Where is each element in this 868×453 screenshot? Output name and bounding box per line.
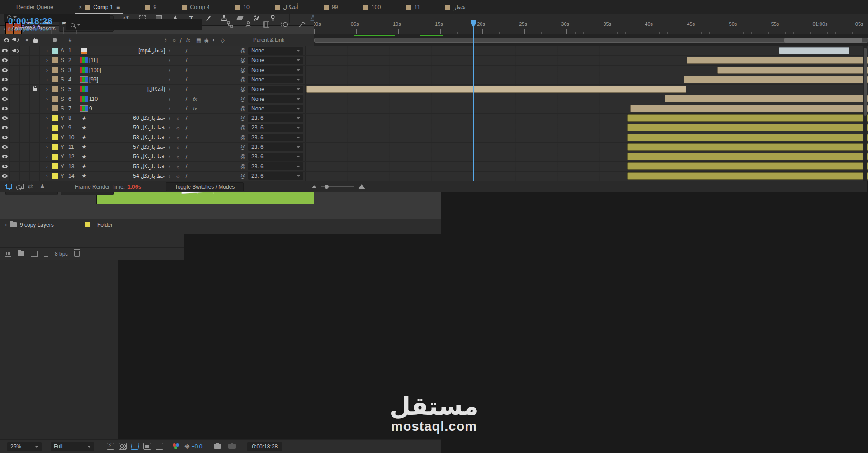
layer-duration-bar[interactable] xyxy=(665,95,868,102)
table-row[interactable]: Y 9 خط بارتكل 59 23. 6 xyxy=(0,123,868,133)
timeline-tab[interactable]: 99 xyxy=(324,0,338,14)
parent-dropdown[interactable]: None xyxy=(248,47,303,55)
frame-blend-column-icon[interactable]: ▦ xyxy=(196,37,201,43)
expand-chevron[interactable] xyxy=(43,153,51,160)
eye-icon[interactable] xyxy=(2,97,8,101)
label-swatch[interactable] xyxy=(52,105,58,111)
fx-column-icon[interactable] xyxy=(186,37,190,43)
table-row[interactable]: Y 13 خط بارتكل 55 23. 6 xyxy=(0,162,868,171)
threed-column-icon[interactable]: ◇ xyxy=(221,37,225,43)
table-row[interactable]: Y 8 خط بارتكل 60 23. 6 xyxy=(0,114,868,123)
parent-dropdown[interactable]: 23. 6 xyxy=(248,143,303,151)
expand-chevron[interactable] xyxy=(43,48,51,54)
layer-duration-bar[interactable] xyxy=(627,114,868,122)
pickwhip-icon[interactable] xyxy=(240,105,248,112)
shy-column-icon[interactable] xyxy=(172,37,177,43)
label-swatch[interactable] xyxy=(52,86,58,92)
parent-dropdown[interactable]: None xyxy=(248,76,303,83)
eye-icon[interactable] xyxy=(2,145,8,149)
panel-menu-icon[interactable] xyxy=(116,4,120,11)
graph-editor-icon[interactable] xyxy=(298,20,307,29)
eye-icon[interactable] xyxy=(2,78,8,81)
shy-icon[interactable] xyxy=(174,173,182,179)
table-row[interactable]: S 6 110 None xyxy=(0,94,868,104)
expand-chevron[interactable] xyxy=(43,124,51,131)
eye-icon[interactable] xyxy=(2,49,8,52)
collapse-icon[interactable] xyxy=(165,144,174,150)
expand-chevron[interactable] xyxy=(43,76,51,83)
eye-icon[interactable] xyxy=(2,58,8,62)
label-swatch[interactable] xyxy=(52,67,58,73)
label-swatch[interactable] xyxy=(52,96,58,102)
project-bit-depth[interactable]: 8 bpc xyxy=(55,251,68,257)
timeline-tab[interactable]: شعار xyxy=(445,0,465,14)
collapse-icon[interactable] xyxy=(165,106,174,111)
pickwhip-icon[interactable] xyxy=(240,163,248,170)
composition-mini-flowchart-icon[interactable] xyxy=(5,184,12,190)
shy-icon[interactable] xyxy=(174,115,182,121)
label-swatch[interactable] xyxy=(52,134,58,140)
layer-name[interactable]: 110 xyxy=(89,96,165,102)
layer-name[interactable]: 9 xyxy=(89,105,165,112)
mask-visibility-icon[interactable] xyxy=(143,443,151,450)
expand-chevron[interactable] xyxy=(3,222,9,228)
timecode-display[interactable]: 0:00:18:28 xyxy=(247,442,282,451)
layer-duration-bar[interactable] xyxy=(627,172,868,180)
layer-name[interactable]: خط بارتكل 56 xyxy=(89,153,165,160)
expand-chevron[interactable] xyxy=(43,115,51,121)
collapse-icon[interactable] xyxy=(165,86,174,92)
eye-icon[interactable] xyxy=(2,165,8,168)
collapse-column-icon[interactable] xyxy=(164,37,168,43)
label-swatch[interactable] xyxy=(52,76,58,82)
expand-chevron[interactable] xyxy=(43,173,51,179)
layer-duration-bar[interactable] xyxy=(717,67,868,74)
collapse-icon[interactable] xyxy=(165,154,174,159)
pickwhip-icon[interactable] xyxy=(240,76,248,83)
layer-duration-bar[interactable] xyxy=(627,143,868,151)
new-composition-icon[interactable] xyxy=(31,251,38,257)
table-row[interactable]: Y 11 خط بارتكل 57 23. 6 xyxy=(0,143,868,152)
pickwhip-icon[interactable] xyxy=(240,134,248,141)
parent-dropdown[interactable]: None xyxy=(248,95,303,103)
guides-icon[interactable] xyxy=(156,443,163,450)
label-swatch[interactable] xyxy=(52,173,58,179)
layer-name[interactable]: [شعار.mp4] xyxy=(89,48,165,54)
motion-blur-icon[interactable] xyxy=(280,20,288,29)
fast-preview-icon[interactable] xyxy=(107,443,114,450)
transparency-grid-icon[interactable] xyxy=(119,443,127,450)
audio-column-icon[interactable] xyxy=(14,37,16,42)
quality-column-icon[interactable] xyxy=(180,37,182,44)
parent-dropdown[interactable]: 23. 6 xyxy=(248,153,303,161)
tag-icon[interactable] xyxy=(53,38,57,43)
eye-icon[interactable] xyxy=(2,174,8,178)
draft-3d-icon[interactable] xyxy=(16,184,24,190)
parent-dropdown[interactable]: 23. 6 xyxy=(248,134,303,141)
layer-name[interactable]: [11] xyxy=(89,57,165,63)
layer-name[interactable]: خط بارتكل 58 xyxy=(89,134,165,141)
layer-duration-bar[interactable] xyxy=(627,124,868,131)
pickwhip-icon[interactable] xyxy=(240,57,248,63)
solo-column-icon[interactable]: ● xyxy=(25,37,28,43)
adjustment-column-icon[interactable]: ◐ xyxy=(212,37,216,43)
list-item[interactable]: 9 copy Layers Folder xyxy=(0,219,184,230)
eye-icon[interactable] xyxy=(2,116,8,120)
channel-icon[interactable] xyxy=(173,443,179,450)
zoom-in-icon[interactable] xyxy=(358,184,365,189)
collapse-icon[interactable] xyxy=(165,173,174,179)
expand-chevron[interactable] xyxy=(43,67,51,73)
layer-name[interactable]: خط بارتكل 57 xyxy=(89,144,165,150)
layer-name[interactable]: خط بارتكل 60 xyxy=(89,115,165,121)
label-swatch[interactable] xyxy=(52,125,58,131)
parent-dropdown[interactable]: 23. 6 xyxy=(248,162,303,170)
parent-dropdown[interactable]: 23. 6 xyxy=(248,124,303,132)
expand-chevron[interactable] xyxy=(43,57,51,63)
lock-column-icon[interactable] xyxy=(33,38,38,43)
layer-name[interactable]: [أشكال] xyxy=(89,86,165,92)
pickwhip-icon[interactable] xyxy=(240,67,248,73)
shy-icon[interactable] xyxy=(174,125,182,130)
exposure-value[interactable]: +0.0 xyxy=(192,443,203,450)
quality-icon[interactable] xyxy=(182,163,191,170)
label-swatch[interactable] xyxy=(85,222,90,227)
collapse-icon[interactable] xyxy=(165,77,174,82)
exposure-icon[interactable] xyxy=(184,443,190,450)
